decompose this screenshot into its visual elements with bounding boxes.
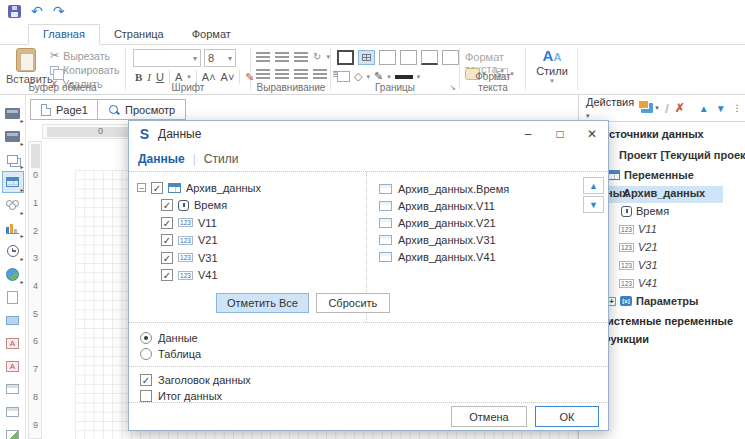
border-outline-icon[interactable] [379, 50, 396, 65]
category-system-variables[interactable]: Системные переменные [599, 315, 733, 327]
checkbox[interactable]: ✓ [161, 252, 173, 264]
table-icon [168, 183, 181, 193]
styles-button[interactable]: AA Стили ▾ [533, 48, 571, 85]
border-none-icon[interactable] [400, 50, 417, 65]
tree-row-v31[interactable]: ✓ 123 V31 [161, 249, 261, 267]
align-center-icon[interactable] [275, 69, 289, 79]
rectangle-tool[interactable] [3, 310, 23, 330]
tab-format[interactable]: Формат [178, 25, 245, 44]
tree-item-v31[interactable]: 123V31 [619, 259, 658, 271]
border-style-icon[interactable] [395, 75, 413, 79]
radio-table[interactable]: Таблица [140, 346, 608, 362]
actions-dropdown[interactable]: Действия ▾ [586, 96, 634, 120]
collapse-icon[interactable]: – [137, 183, 146, 192]
tree-item-v41[interactable]: 123V41 [619, 277, 658, 289]
tab-stranitsa[interactable]: Страница [100, 25, 178, 44]
chart-tool[interactable]: ▸ [3, 218, 23, 238]
align-top-icon[interactable] [256, 52, 270, 62]
column-row[interactable]: Архив_данных.Время [379, 180, 578, 197]
dialog-tab-data[interactable]: Данные [138, 152, 185, 166]
tree-row-v41[interactable]: ✓ 123 V41 [161, 267, 261, 285]
column-row[interactable]: Архив_данных.V11 [379, 197, 578, 214]
cancel-button[interactable]: Отмена [451, 406, 527, 427]
align-justify-icon[interactable] [313, 69, 327, 79]
rich-text-tool[interactable]: A [3, 356, 23, 376]
tree-root-row[interactable]: – ✓ Архив_данных [137, 179, 261, 197]
rotate-text-icon[interactable]: ↻ [313, 51, 321, 62]
panel-tool[interactable] [3, 379, 23, 399]
edit-icon[interactable] [665, 104, 669, 113]
gauge-tool[interactable]: ▸ [3, 241, 23, 261]
tree-item-project[interactable]: Проект [Текущий проект] [619, 149, 745, 161]
align-right-icon[interactable] [294, 69, 308, 79]
tree-row-vremya[interactable]: ✓ Время [161, 197, 261, 215]
border-all-thick-icon[interactable] [337, 50, 354, 65]
border-top-icon[interactable] [442, 50, 459, 65]
column-row[interactable]: Архив_данных.V21 [379, 214, 578, 231]
redo-icon[interactable]: ↷ [53, 5, 65, 18]
tab-page1[interactable]: Page1 [30, 99, 99, 120]
ok-button[interactable]: ОК [535, 406, 599, 427]
dialog-tab-styles[interactable]: Стили [204, 152, 239, 166]
minimize-icon[interactable]: – [512, 121, 544, 147]
align-left-icon[interactable] [256, 69, 270, 79]
checkbox[interactable]: ✓ [161, 199, 173, 211]
cut-button[interactable]: ✂Вырезать [50, 49, 120, 62]
reset-button[interactable]: Сбросить [316, 293, 390, 313]
number-icon: 123 [178, 271, 193, 280]
table-tool[interactable]: ▸ [3, 172, 23, 192]
radio-data[interactable]: Данные [140, 330, 608, 346]
map-tool[interactable]: ▸ [3, 264, 23, 284]
tree-item-vremya[interactable]: Время [621, 205, 669, 217]
move-column-up-button[interactable]: ▲ [583, 177, 604, 194]
shapes-tool[interactable]: ▸ [3, 195, 23, 215]
select-all-button[interactable]: Отметить Все [216, 293, 309, 313]
checkbox[interactable]: ✓ [161, 269, 173, 281]
move-down-icon[interactable]: ▼ [716, 103, 726, 114]
page-component-tool[interactable] [3, 287, 23, 307]
tree-item-datasource[interactable]: Архив_данных [623, 187, 705, 199]
maximize-icon[interactable]: □ [544, 121, 576, 147]
tree-row-v21[interactable]: ✓ 123 V21 [161, 232, 261, 250]
dialog-titlebar[interactable]: S Данные – □ ✕ [129, 121, 608, 147]
cross-band-tool[interactable]: ▸ [3, 149, 23, 169]
border-bottom-icon[interactable] [421, 50, 438, 65]
paste-button[interactable]: Вставить [6, 48, 46, 85]
tab-glavnaya[interactable]: Главная [28, 24, 100, 45]
root-checkbox[interactable]: ✓ [151, 182, 163, 194]
column-row[interactable]: Архив_данных.V41 [379, 248, 578, 265]
align-bottom-icon[interactable] [294, 52, 308, 62]
close-icon[interactable]: ✕ [576, 121, 608, 147]
tree-item-v21[interactable]: 123V21 [619, 241, 658, 253]
border-all-selected-icon[interactable] [358, 50, 375, 65]
font-size-combobox[interactable]: 8▾ [204, 49, 236, 67]
text-tool[interactable]: A [3, 333, 23, 353]
delete-item-icon[interactable]: ✗ [675, 101, 685, 115]
checkbox[interactable]: ✓ [161, 234, 173, 246]
subreport-tool[interactable] [3, 402, 23, 422]
border-single-icon[interactable] [337, 71, 350, 82]
tree-row-v11[interactable]: ✓ 123 V11 [161, 214, 261, 232]
band-tool-2[interactable]: ▸ [3, 126, 23, 146]
move-up-icon[interactable]: ▲ [699, 103, 709, 114]
column-icon [379, 184, 392, 194]
preview-button[interactable]: Просмотр [97, 99, 186, 120]
category-data-sources[interactable]: Источники данных [601, 128, 704, 140]
save-icon[interactable] [8, 5, 21, 18]
tree-item-v11[interactable]: 123V11 [619, 223, 657, 235]
column-row[interactable]: Архив_данных.V31 [379, 231, 578, 248]
image-tool[interactable] [3, 425, 23, 439]
toolbar-overflow-icon[interactable]: ⋮ [733, 103, 742, 113]
tree-item-variables[interactable]: Переменные [607, 169, 694, 181]
undo-icon[interactable]: ↶ [31, 5, 43, 18]
checkbox[interactable]: ✓ [161, 217, 173, 229]
tree-item-parameters[interactable]: +[x]Параметры [607, 295, 698, 307]
align-middle-icon[interactable] [275, 52, 289, 62]
check-data-footer[interactable]: Итог данных [140, 388, 608, 404]
check-data-header[interactable]: ✓Заголовок данных [140, 372, 608, 388]
font-name-combobox[interactable]: ▾ [133, 49, 201, 67]
band-tool[interactable]: ▸ [3, 103, 23, 123]
move-column-down-button[interactable]: ▼ [583, 196, 604, 213]
copy-button[interactable]: Копировать [50, 64, 120, 76]
new-item-button[interactable]: ▾ [641, 103, 659, 113]
